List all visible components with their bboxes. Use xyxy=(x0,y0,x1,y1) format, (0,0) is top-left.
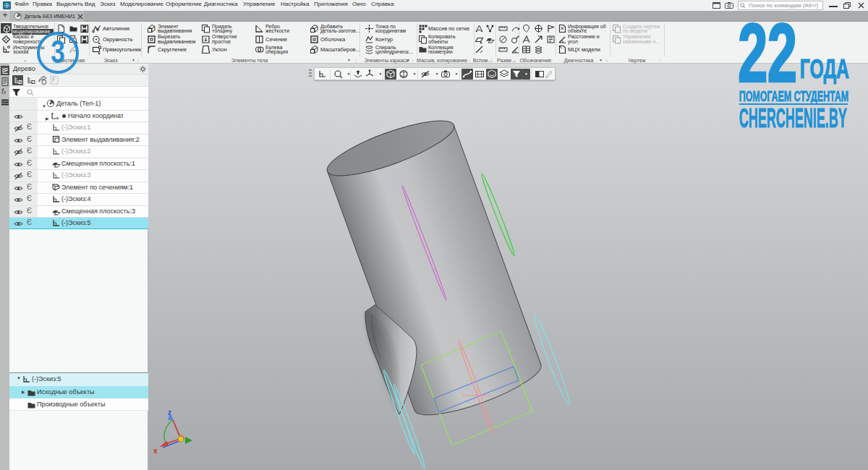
svg-text:x: x xyxy=(153,447,158,455)
